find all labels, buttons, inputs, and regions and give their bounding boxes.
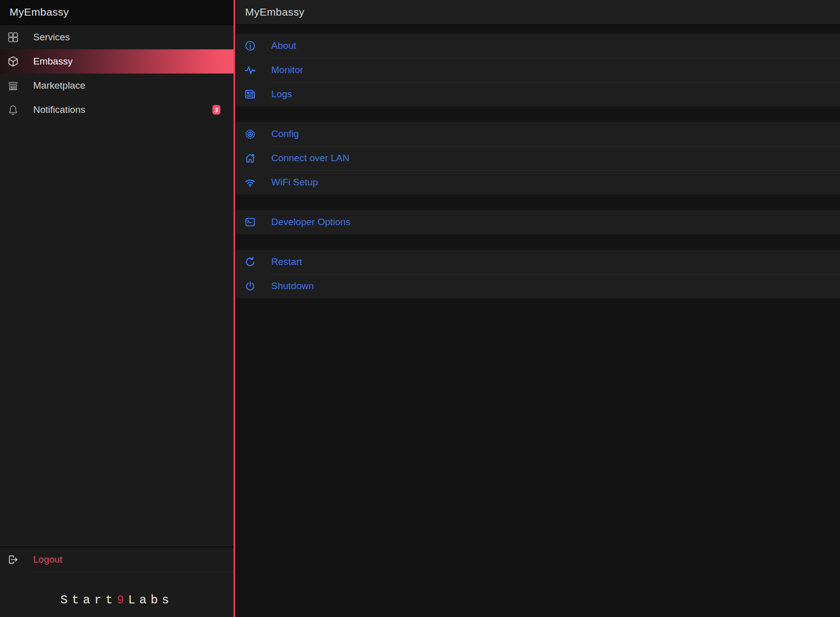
brand-accent: 9 [117,593,128,607]
logout-label: Logout [33,554,62,565]
menu-item-label: Connect over LAN [271,153,349,164]
sidebar-item-services[interactable]: Services [0,25,234,49]
sidebar-item-label: Services [33,32,70,43]
menu-item-monitor[interactable]: Monitor [235,58,840,82]
logout-button[interactable]: Logout [0,547,234,572]
sidebar-item-label: Embassy [33,56,72,67]
menu-group-info: About Monitor [235,34,840,106]
sidebar: MyEmbassy Services [0,0,234,617]
brand-suffix: Labs [128,593,173,607]
menu-item-developer-options[interactable]: Developer Options [235,210,840,234]
app-window: MyEmbassy Services [0,0,840,617]
newspaper-icon [244,88,256,100]
pulse-icon [244,64,256,76]
menu-item-label: Developer Options [271,217,350,228]
menu-group-developer: Developer Options [235,210,840,234]
sidebar-item-marketplace[interactable]: Marketplace [0,74,234,98]
terminal-icon [244,216,256,228]
storefront-icon [7,80,19,92]
menu-item-shutdown[interactable]: Shutdown [235,274,840,298]
menu-item-label: About [271,40,296,51]
sidebar-item-embassy[interactable]: Embassy [0,49,234,74]
sidebar-nav: Services Embassy [0,25,234,122]
menu-item-logs[interactable]: Logs [235,82,840,106]
menu-item-connect-lan[interactable]: Connect over LAN [235,146,840,170]
main-toolbar: MyEmbassy [235,0,840,25]
menu-group-network: Config Connect over LAN [235,122,840,194]
wifi-icon [244,176,256,188]
menu-item-wifi-setup[interactable]: WiFi Setup [235,170,840,194]
menu-item-label: Shutdown [271,281,314,292]
notification-count-badge: 3 [212,105,220,115]
menu-item-about[interactable]: About [235,34,840,58]
power-icon [244,280,256,292]
page-title: MyEmbassy [245,6,304,18]
refresh-icon [244,256,256,268]
sidebar-item-label: Notifications [33,104,86,115]
menu-item-label: Config [271,128,299,140]
sidebar-title: MyEmbassy [10,6,69,18]
menu-content: About Monitor [235,25,840,314]
menu-item-restart[interactable]: Restart [235,250,840,274]
sidebar-item-notifications[interactable]: Notifications 3 [0,98,234,122]
sidebar-footer: Logout Start9 Labs [0,546,234,617]
brand-prefix: Start [60,593,117,607]
grid-icon [7,31,19,43]
main-panel: MyEmbassy About [235,0,840,617]
bell-icon [7,104,19,116]
menu-item-config[interactable]: Config [235,122,840,146]
cog-icon [244,128,256,140]
menu-item-label: Logs [271,89,292,100]
brand-logo: Start9 Labs [0,572,234,617]
sidebar-item-label: Marketplace [33,80,86,91]
info-circle-icon [244,40,256,52]
logout-icon [7,554,19,566]
menu-item-label: Restart [271,256,302,267]
menu-group-power: Restart Shutdown [235,250,840,298]
cube-icon [7,55,19,67]
menu-item-label: WiFi Setup [271,177,318,188]
sidebar-titlebar: MyEmbassy [0,0,234,25]
menu-item-label: Monitor [271,64,303,76]
home-icon [244,152,256,164]
